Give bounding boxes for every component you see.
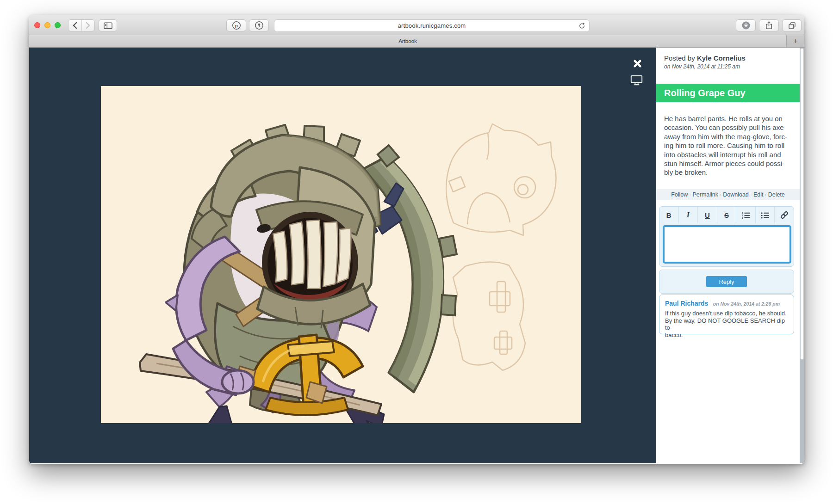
browser-titlebar: p artbook.runicgames.com [29,15,804,35]
share-button[interactable] [759,19,779,31]
show-all-tabs-button[interactable] [782,19,802,31]
tabs-icon [788,21,796,30]
delete-link[interactable]: Delete [768,191,785,198]
viewer-fullscreen-button[interactable] [629,74,643,86]
italic-button[interactable]: I [679,207,698,223]
forward-icon [85,22,91,29]
page-scrollbar[interactable] [800,48,804,463]
address-bar[interactable]: artbook.runicgames.com [274,19,590,32]
back-icon [72,22,78,29]
reload-button[interactable] [578,22,585,31]
underline-button[interactable]: U [698,207,717,223]
action-separator: · [689,191,691,198]
download-link[interactable]: Download [723,191,749,198]
forward-button[interactable] [82,20,95,31]
comment-item: Paul Richards on Nov 24th, 2014 at 2:26 … [659,295,794,334]
edit-link[interactable]: Edit [753,191,764,198]
comment-author[interactable]: Paul Richards [665,300,708,307]
onepassword-icon [255,21,264,30]
post-sidebar: Posted by Kyle Cornelius on Nov 24th, 20… [656,48,800,463]
artwork-viewer [29,48,656,463]
italic-icon: I [687,211,690,219]
underline-icon: U [705,211,710,219]
action-separator: · [720,191,721,198]
comment-header: Paul Richards on Nov 24th, 2014 at 2:26 … [665,299,788,307]
shield [363,145,457,392]
history-nav-group [68,19,95,31]
reply-button[interactable]: Reply [706,276,747,287]
editor-toolbar: B I U S 1 2 3 [659,207,794,223]
share-icon [765,21,773,30]
permalink-link[interactable]: Permalink [692,191,718,198]
action-separator: · [750,191,752,198]
artwork-canvas [101,86,581,423]
ordered-list-button[interactable]: 1 2 3 [736,207,756,223]
reply-section: Reply [659,270,794,294]
artwork-rolling-grape-guy [101,86,581,423]
onepassword-extension-button[interactable] [249,19,269,31]
post-title-bar: Rolling Grape Guy [656,84,800,102]
post-date: on Nov 24th, 2014 at 11:25 am [664,63,794,70]
comment-input[interactable] [663,225,791,264]
tab-artbook[interactable]: Artbook [29,35,787,47]
unordered-list-button[interactable] [756,207,775,223]
insert-link-button[interactable] [775,207,794,223]
scrollbar-thumb[interactable] [800,48,804,360]
follow-link[interactable]: Follow [671,191,688,198]
downloads-icon [741,21,751,30]
pinterest-icon: p [232,21,241,30]
url-text: artbook.runicgames.com [398,22,466,29]
pinterest-extension-button[interactable]: p [226,19,246,31]
strikethrough-icon: S [724,211,729,219]
browser-window: p artbook.runicgames.com [29,15,804,464]
bold-button[interactable]: B [659,207,679,223]
tab-bar: Artbook + [29,35,804,48]
svg-text:p: p [235,23,237,28]
sidebar-icon [103,22,113,30]
post-description: He has barrel pants. He rolls at you on … [664,114,793,177]
page-content: Posted by Kyle Cornelius on Nov 24th, 20… [29,48,804,463]
svg-text:3: 3 [742,216,743,219]
sidebar-toggle-button[interactable] [99,19,117,31]
refresh-icon [578,22,585,30]
posted-by-line: Posted by Kyle Cornelius [664,54,794,62]
bold-icon: B [666,211,671,219]
back-button[interactable] [68,20,82,31]
post-title: Rolling Grape Guy [656,84,800,102]
monitor-icon [630,75,643,86]
new-tab-button[interactable]: + [787,35,804,47]
post-meta: Posted by Kyle Cornelius on Nov 24th, 20… [664,54,794,70]
tab-title: Artbook [398,38,417,44]
comment-date: on Nov 24th, 2014 at 2:26 pm [713,301,780,307]
strikethrough-button[interactable]: S [717,207,737,223]
sketch-drawings [446,124,556,370]
downloads-button[interactable] [736,19,756,31]
post-author: Kyle Cornelius [697,54,746,62]
comment-editor: B I U S 1 2 3 [659,206,794,267]
link-icon [780,211,789,219]
unordered-list-icon [761,212,770,219]
minimize-window-button[interactable] [44,22,50,28]
comment-text: If this guy doesn't use dip tobacco, he … [665,310,788,338]
zoom-window-button[interactable] [55,22,61,28]
post-action-links: Follow·Permalink·Download·Edit·Delete [656,189,800,200]
viewer-close-button[interactable] [630,57,644,70]
close-icon [633,59,642,68]
action-separator: · [765,191,767,198]
close-window-button[interactable] [34,22,40,28]
ordered-list-icon: 1 2 3 [741,212,750,219]
posted-by-label: Posted by [664,54,695,62]
